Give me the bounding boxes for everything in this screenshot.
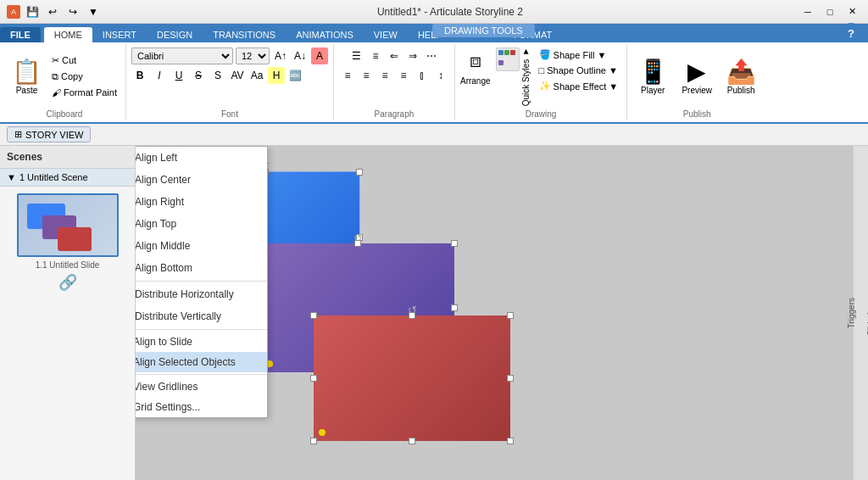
maximize-button[interactable]: □: [821, 4, 839, 20]
handle-tr-blue[interactable]: [356, 169, 363, 176]
char-spacing-btn[interactable]: AV: [229, 67, 246, 84]
shape-fill-label: Shape Fill: [554, 50, 595, 60]
font-color-btn[interactable]: A: [311, 47, 328, 64]
menu-label-align-bottom: Align Bottom: [136, 262, 192, 274]
menu-item-align-bottom[interactable]: ⬛ Align Bottom: [136, 257, 267, 279]
columns-btn[interactable]: ⫿: [414, 67, 431, 84]
menu-item-align-center[interactable]: ⬛ Align Center: [136, 169, 267, 191]
shape-outline-button[interactable]: □ Shape Outline ▼: [536, 64, 622, 77]
bullets-btn[interactable]: ☰: [348, 47, 365, 64]
slide-thumbnail-container: 1.1 Untitled Slide 🔗: [0, 187, 135, 299]
customize-btn[interactable]: ▼: [85, 4, 102, 20]
handle-ml-red[interactable]: [310, 375, 317, 382]
handle-tm-red[interactable]: [409, 312, 415, 319]
menu-item-align-top[interactable]: ⬛ Align Top: [136, 213, 267, 235]
arrange-button[interactable]: ⧈: [462, 47, 489, 75]
handle-br-red[interactable]: [507, 438, 514, 444]
tab-transitions[interactable]: TRANSITIONS: [203, 27, 286, 42]
minimize-button[interactable]: ─: [798, 4, 817, 20]
line-spacing-btn[interactable]: ↕: [432, 67, 449, 84]
shadow-btn[interactable]: S: [209, 67, 226, 84]
shape-fill-arrow[interactable]: ▼: [597, 50, 606, 60]
tab-design[interactable]: DESIGN: [147, 27, 203, 42]
more-para-btn[interactable]: ⋯: [423, 47, 440, 64]
replace-btn[interactable]: 🔤: [287, 67, 304, 84]
separator-2: [136, 329, 267, 330]
decrease-font-btn[interactable]: A↓: [292, 47, 309, 64]
window-title: Untitled1* - Articulate Storyline 2: [377, 6, 523, 18]
separator-3: [136, 374, 267, 375]
close-button[interactable]: ✕: [843, 4, 861, 20]
undo-button[interactable]: ↩: [44, 4, 61, 20]
font-size-select[interactable]: 12: [236, 47, 270, 64]
slide-link-icon[interactable]: 🔗: [58, 273, 77, 292]
quick-styles-panel[interactable]: [496, 47, 520, 71]
player-button[interactable]: 📱 Player: [632, 54, 673, 98]
cut-button[interactable]: ✂ Cut: [48, 53, 120, 68]
strikethrough-btn[interactable]: S: [190, 67, 207, 84]
menu-item-view-gridlines[interactable]: View Gridlines: [136, 377, 267, 397]
handle-mr-purple[interactable]: [451, 304, 458, 311]
align-left-text-btn[interactable]: ≡: [339, 67, 356, 84]
shape-effect-button[interactable]: ✨ Shape Effect ▼: [536, 79, 622, 93]
handle-tr-red[interactable]: [507, 312, 514, 319]
tab-file[interactable]: FILE: [0, 27, 41, 42]
text-case-btn[interactable]: Aa: [248, 67, 265, 84]
menu-item-align-right[interactable]: ⬛ Align Right: [136, 191, 267, 213]
align-center-text-btn[interactable]: ≡: [358, 67, 375, 84]
numbering-btn[interactable]: ≡: [367, 47, 384, 64]
menu-item-grid-settings[interactable]: Grid Settings...: [136, 397, 267, 417]
shape-outline-label: Shape Outline: [547, 65, 606, 75]
handle-tm-purple[interactable]: [354, 240, 361, 247]
scene-item[interactable]: ▼ 1 Untitled Scene: [0, 169, 135, 187]
italic-btn[interactable]: I: [151, 67, 168, 84]
shape-effect-arrow[interactable]: ▼: [609, 81, 618, 92]
shape-outline-arrow[interactable]: ▼: [609, 65, 618, 75]
menu-item-align-slide[interactable]: Align to Slide: [136, 332, 267, 352]
increase-indent-btn[interactable]: ⇒: [404, 47, 421, 64]
menu-item-align-middle[interactable]: ⬛ Align Middle: [136, 235, 267, 257]
menu-item-align-selected[interactable]: ✓ Align Selected Objects: [136, 352, 267, 372]
save-button[interactable]: 💾: [24, 4, 41, 20]
menu-item-distribute-v[interactable]: ⬛ Distribute Vertically: [136, 305, 267, 327]
cut-icon: ✂: [52, 55, 59, 66]
menu-label-align-slide: Align to Slide: [136, 336, 192, 348]
story-view-button[interactable]: ⊞ STORY VIEW: [7, 126, 91, 142]
format-paint-button[interactable]: 🖌 Format Paint: [48, 86, 120, 99]
handle-tl-red[interactable]: [310, 312, 317, 319]
menu-item-distribute-h[interactable]: ⬛ Distribute Horizontally: [136, 283, 267, 305]
highlight-btn[interactable]: H: [268, 67, 285, 84]
tab-view[interactable]: VIEW: [364, 27, 408, 42]
preview-button[interactable]: ▶ Preview: [676, 54, 717, 98]
bold-btn[interactable]: B: [131, 67, 148, 84]
title-bar: A 💾 ↩ ↪ ▼ Untitled1* - Articulate Storyl…: [0, 0, 868, 24]
font-family-select[interactable]: Calibri: [131, 47, 233, 64]
increase-font-btn[interactable]: A↑: [272, 47, 289, 64]
shape-red[interactable]: ↺: [314, 315, 510, 441]
copy-button[interactable]: ⧉ Copy: [48, 70, 120, 84]
underline-btn[interactable]: U: [170, 67, 187, 84]
paste-button[interactable]: 📋 Paste: [8, 56, 45, 97]
handle-tr-purple[interactable]: [451, 240, 458, 247]
align-right-text-btn[interactable]: ≡: [376, 67, 393, 84]
justify-btn[interactable]: ≡: [395, 67, 412, 84]
slide-thumbnail[interactable]: [17, 193, 119, 257]
shape-fill-button[interactable]: 🪣 Shape Fill ▼: [536, 47, 622, 62]
handle-bm-red[interactable]: [409, 438, 415, 444]
drawing-tools-tab[interactable]: DRAWING TOOLS: [432, 24, 535, 37]
tab-home[interactable]: HOME: [44, 27, 92, 42]
help-button[interactable]: ?: [841, 23, 861, 43]
tab-insert[interactable]: INSERT: [92, 27, 147, 42]
redo-button[interactable]: ↪: [64, 4, 81, 20]
handle-bl-red[interactable]: [310, 438, 317, 444]
drawing-group: ⧈ Arrange Quick Styles ▼ 🪣 Shape: [455, 44, 627, 120]
tab-animations[interactable]: ANIMATIONS: [286, 27, 364, 42]
triggers-tab[interactable]: Triggers: [845, 294, 858, 332]
slide-layers-tab[interactable]: Slide Layers: [865, 286, 869, 339]
menu-item-align-left[interactable]: ⬛ Align Left: [136, 147, 267, 169]
handle-mr-red[interactable]: [507, 375, 514, 382]
publish-button[interactable]: 📤 Publish: [721, 54, 761, 98]
decrease-indent-btn[interactable]: ⇐: [386, 47, 403, 64]
menu-label-align-top: Align Top: [136, 218, 176, 230]
canvas-area[interactable]: ↺ ↺ ↺: [136, 146, 853, 480]
